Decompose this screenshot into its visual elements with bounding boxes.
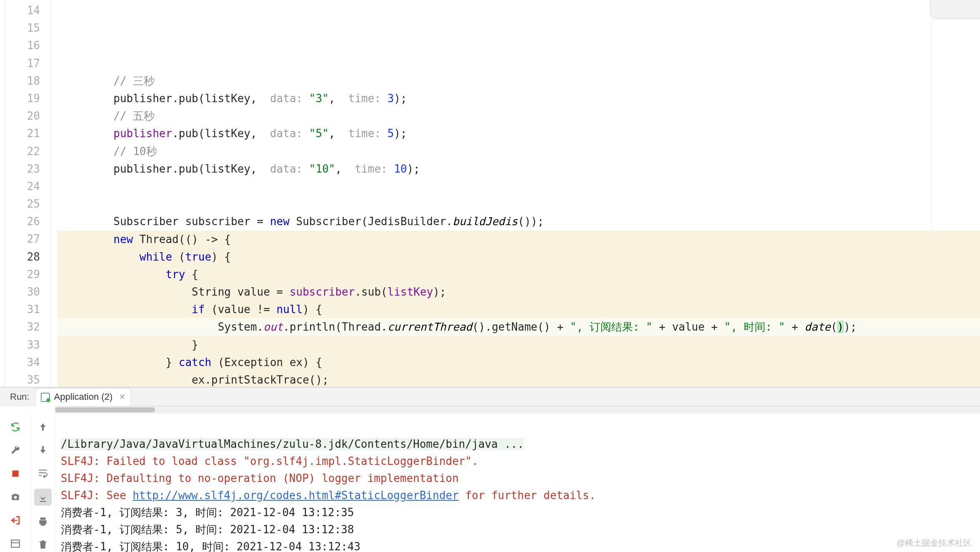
- code-line[interactable]: // 三秒: [57, 72, 980, 90]
- code-line[interactable]: if (value != null) {: [57, 301, 980, 318]
- scroll-to-end-icon[interactable]: [34, 489, 52, 506]
- trash-icon[interactable]: [35, 537, 50, 552]
- run-config-tab[interactable]: Application (2) ✕: [35, 388, 131, 406]
- scrollbar-thumb[interactable]: [55, 407, 155, 412]
- console-output[interactable]: /Library/Java/JavaVirtualMachines/zulu-8…: [55, 414, 980, 552]
- console-stderr-line: SLF4J: See http://www.slf4j.org/codes.ht…: [61, 489, 596, 502]
- run-primary-toolbar: [0, 414, 31, 552]
- code-line[interactable]: new Thread(() -> {: [57, 231, 980, 248]
- code-line[interactable]: // 五秒: [57, 107, 980, 125]
- console-link[interactable]: http://www.slf4j.org/codes.html#StaticLo…: [132, 489, 459, 502]
- up-arrow-icon[interactable]: [35, 419, 50, 434]
- svg-rect-0: [12, 470, 18, 477]
- editor-pane: 1415161718192021222324252627282930313233…: [0, 0, 980, 387]
- code-line[interactable]: publisher.pub(listKey, data: "10", time:…: [57, 160, 980, 178]
- console-stdout-line: 消费者-1, 订阅结果: 5, 时间: 2021-12-04 13:12:38: [61, 523, 354, 536]
- run-secondary-toolbar: [31, 414, 55, 552]
- code-line[interactable]: publisher.pub(listKey, data: "3", time: …: [57, 90, 980, 107]
- console-command-line: /Library/Java/JavaVirtualMachines/zulu-8…: [61, 438, 524, 450]
- code-line[interactable]: try {: [57, 266, 980, 283]
- camera-icon[interactable]: [8, 489, 23, 504]
- run-label: Run:: [0, 391, 35, 402]
- down-arrow-icon[interactable]: [35, 442, 50, 457]
- code-line[interactable]: System.out.println(Thread.currentThread(…: [57, 318, 980, 336]
- floating-tool-window-tab[interactable]: [930, 0, 980, 19]
- rerun-icon[interactable]: [8, 419, 23, 434]
- code-line[interactable]: [57, 195, 980, 213]
- code-line[interactable]: publisher.pub(listKey, data: "5", time: …: [57, 125, 980, 142]
- code-line[interactable]: Subscriber subscriber = new Subscriber(J…: [57, 213, 980, 230]
- console-stdout-line: 消费者-1, 订阅结果: 3, 时间: 2021-12-04 13:12:35: [61, 506, 354, 519]
- run-tool-window: Run: Application (2) ✕: [0, 387, 980, 552]
- svg-point-1: [14, 496, 17, 499]
- console-stderr-line: SLF4J: Failed to load class "org.slf4j.i…: [61, 455, 478, 467]
- watermark-text: @稀土掘金技术社区: [897, 537, 972, 549]
- code-line[interactable]: } catch (Exception ex) {: [57, 354, 980, 371]
- code-line[interactable]: // 10秒: [57, 143, 980, 160]
- code-line[interactable]: ex.printStackTrace();: [57, 371, 980, 387]
- code-area[interactable]: // 三秒 publisher.pub(listKey, data: "3", …: [57, 0, 980, 387]
- horizontal-scrollbar[interactable]: [55, 406, 980, 414]
- code-line[interactable]: }: [57, 336, 980, 354]
- exit-icon[interactable]: [8, 513, 23, 528]
- print-icon[interactable]: [35, 514, 50, 529]
- stop-icon[interactable]: [8, 466, 23, 481]
- line-number-gutter[interactable]: 1415161718192021222324252627282930313233…: [5, 0, 50, 387]
- soft-wrap-icon[interactable]: [35, 466, 50, 480]
- breakpoint-gutter[interactable]: [0, 0, 5, 387]
- wrench-icon[interactable]: [8, 443, 23, 458]
- fold-gutter[interactable]: [50, 0, 57, 387]
- console-stdout-line: 消费者-1, 订阅结果: 10, 时间: 2021-12-04 13:12:43: [61, 540, 360, 552]
- code-line[interactable]: while (true) {: [57, 248, 980, 266]
- svg-rect-2: [11, 540, 20, 547]
- close-icon[interactable]: ✕: [117, 392, 125, 401]
- code-line[interactable]: String value = subscriber.sub(listKey);: [57, 283, 980, 301]
- layout-icon[interactable]: [8, 536, 23, 551]
- console-stderr-line: SLF4J: Defaulting to no-operation (NOP) …: [61, 472, 459, 484]
- application-icon: [40, 392, 50, 401]
- code-line[interactable]: [57, 178, 980, 195]
- run-header: Run: Application (2) ✕: [0, 388, 980, 406]
- run-tab-title: Application (2): [54, 391, 112, 402]
